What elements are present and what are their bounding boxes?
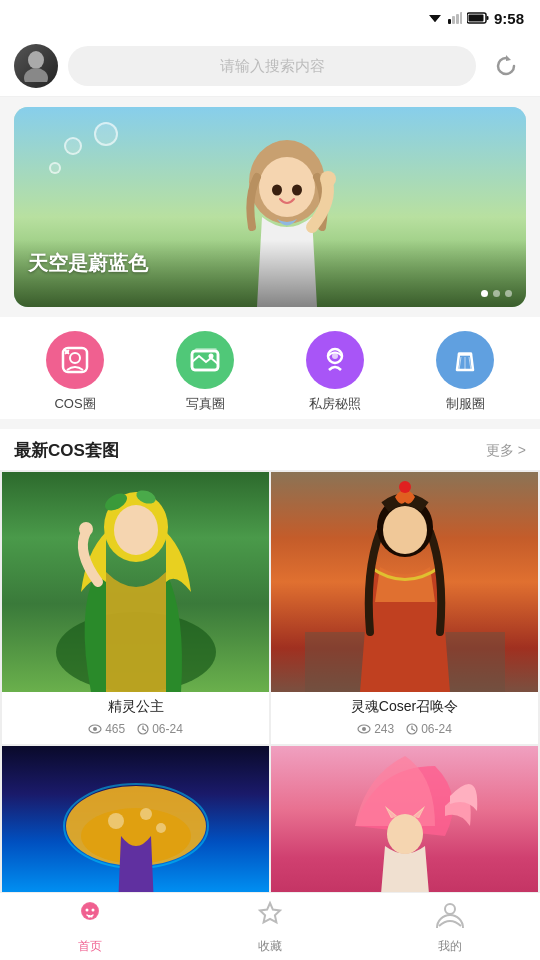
svg-point-44 [383,506,427,554]
svg-point-53 [108,813,124,829]
photo-circle-icon [176,331,234,389]
cos-card-3[interactable] [2,746,269,906]
status-icons: 9:58 [427,10,524,27]
svg-point-13 [259,157,315,217]
cos-card-1[interactable]: 精灵公主 465 06-24 [2,472,269,744]
svg-point-10 [24,68,48,82]
svg-point-63 [92,909,95,912]
svg-point-9 [28,51,44,69]
avatar[interactable] [14,44,58,88]
fan-character [305,746,505,906]
svg-point-15 [292,185,302,196]
svg-point-25 [332,353,338,359]
svg-point-62 [86,909,89,912]
svg-point-55 [156,823,166,833]
svg-rect-5 [460,12,462,24]
svg-point-68 [445,904,455,914]
svg-point-38 [93,727,97,731]
cos-card-1-title: 精灵公主 [12,698,259,716]
bottom-nav: 首页 收藏 我的 [0,892,540,960]
cos-card-1-info: 精灵公主 [2,692,269,718]
home-icon [75,898,105,935]
svg-point-18 [70,353,80,363]
favorites-label: 收藏 [258,938,282,955]
banner-title: 天空是蔚蓝色 [28,250,512,277]
banner-dots [481,290,512,297]
cos-grid: 精灵公主 465 06-24 [0,470,540,908]
cos-card-2-date: 06-24 [406,722,452,736]
cos-card-2-info: 灵魂Coser召唤令 [271,692,538,718]
eye-icon-2 [357,724,371,734]
svg-rect-3 [452,16,455,24]
status-bar: 9:58 [0,0,540,36]
clock-icon [137,723,149,735]
favorites-icon [255,898,285,935]
uniform-circle-icon [436,331,494,389]
warrior-character [305,472,505,692]
refresh-button[interactable] [486,46,526,86]
cos-card-2-views: 243 [357,722,394,736]
hero-banner[interactable]: 天空是蔚蓝色 [14,107,526,307]
profile-label: 我的 [438,938,462,955]
cos-card-1-image [2,472,269,692]
category-photo-circle[interactable]: 写真圈 [176,331,234,413]
svg-point-34 [79,522,93,536]
nav-profile[interactable]: 我的 [415,894,485,959]
categories: COS圈 写真圈 [0,317,540,419]
signal-icon [448,12,462,24]
home-label: 首页 [78,938,102,955]
nav-favorites[interactable]: 收藏 [235,894,305,959]
cos-card-2[interactable]: 灵魂Coser召唤令 243 06-24 [271,472,538,744]
svg-marker-1 [431,17,439,22]
refresh-icon [493,53,519,79]
cos-card-4-image [271,746,538,906]
svg-marker-66 [260,903,280,922]
banner-dot-3 [505,290,512,297]
svg-point-54 [140,808,152,820]
cos-circle-label: COS圈 [54,395,95,413]
category-uniform-circle[interactable]: 制服圈 [436,331,494,413]
cos-card-1-meta: 465 06-24 [2,718,269,744]
svg-rect-7 [486,16,488,20]
banner-overlay: 天空是蔚蓝色 [14,240,526,307]
wifi-icon [427,12,443,24]
status-time: 9:58 [494,10,524,27]
section-header: 最新COS套图 更多 > [0,429,540,470]
svg-point-47 [362,727,366,731]
cos-card-4[interactable] [271,746,538,906]
header: 请输入搜索内容 [0,36,540,97]
bubble [64,137,82,155]
svg-rect-4 [456,14,459,24]
bubble [94,122,118,146]
svg-point-33 [114,505,158,555]
svg-rect-65 [91,915,93,918]
elf-princess-character [36,472,236,692]
cos-card-2-meta: 243 06-24 [271,718,538,744]
cos-card-2-title: 灵魂Coser召唤令 [281,698,528,716]
category-private-secret[interactable]: 私房秘照 [306,331,364,413]
photo-circle-label: 写真圈 [186,395,225,413]
battery-icon [467,12,489,24]
bubble [49,162,61,174]
svg-marker-11 [506,55,511,61]
nav-home[interactable]: 首页 [55,894,125,959]
private-secret-icon [306,331,364,389]
section-title: 最新COS套图 [14,439,119,462]
private-secret-label: 私房秘照 [309,395,361,413]
cos-card-2-image [271,472,538,692]
search-input[interactable]: 请输入搜索内容 [68,46,476,86]
svg-line-50 [412,729,415,731]
svg-point-22 [209,354,214,359]
profile-icon [435,898,465,935]
neon-character [36,746,236,906]
eye-icon [88,724,102,734]
svg-point-45 [399,481,411,493]
cos-circle-icon [46,331,104,389]
cos-card-3-image [2,746,269,906]
category-cos-circle[interactable]: COS圈 [46,331,104,413]
more-button[interactable]: 更多 > [486,442,526,460]
svg-point-14 [272,185,282,196]
svg-rect-27 [458,352,472,356]
svg-rect-23 [195,348,217,351]
svg-line-41 [143,729,146,731]
